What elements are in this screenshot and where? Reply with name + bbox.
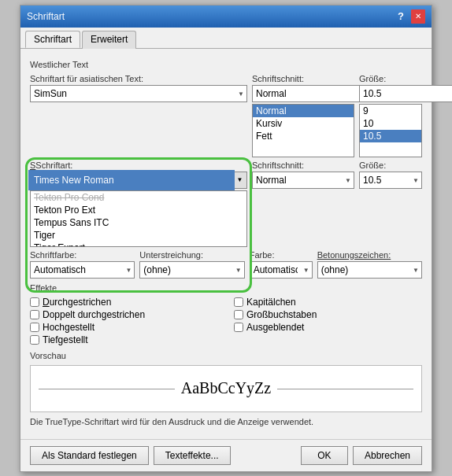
checkbox-tiefgestellt: Tiefgestellt (30, 334, 218, 346)
font-list[interactable]: Tekton Pro Cond Tekton Pro Ext Tempus Sa… (30, 190, 247, 247)
schriftart-field: SSchriftart: ▼ Tekton Pro Cond Tekton Pr… (30, 161, 247, 247)
preview-box: AaBbCcYyZz (30, 365, 422, 412)
unterstreichung-select-wrapper: (ohne) (139, 261, 244, 279)
label-durchgestrichen: Durchgestrichen (43, 297, 111, 308)
middle-section: SSchriftart: ▼ Tekton Pro Cond Tekton Pr… (30, 161, 422, 247)
schnitt2-label: Schriftschnitt: (252, 161, 354, 170)
cb-doppelt[interactable] (30, 310, 39, 319)
ok-button[interactable]: OK (301, 446, 348, 465)
strich-farbe-label: Farbe: (250, 250, 313, 260)
preview-label: Vorschau (30, 351, 422, 360)
cb-tiefgestellt[interactable] (30, 335, 39, 345)
asiatisch-field: Schriftart für asiatischen Text: SimSun (30, 74, 247, 102)
label-grossbuchstaben: Großbuchstaben (246, 309, 317, 320)
texteffekte-button[interactable]: Texteffekte... (154, 446, 231, 465)
label-ausgeblendet: Ausgeblendet (246, 322, 304, 333)
tab-schriftart[interactable]: Schriftart (25, 31, 80, 48)
schnitt-item-kursiv[interactable]: Kursiv (253, 117, 354, 130)
grosse-item-9[interactable]: 9 (360, 105, 421, 117)
font-item-tekton-cond[interactable]: Tekton Pro Cond (31, 191, 246, 204)
betonung-select-wrapper: (ohne) (317, 261, 422, 279)
font-item-tiger[interactable]: Tiger (31, 229, 246, 242)
cb-hochgestellt[interactable] (30, 323, 39, 332)
abbrechen-button[interactable]: Abbrechen (353, 446, 422, 465)
close-button[interactable]: ✕ (411, 9, 425, 24)
betonung-label: Betonungszeichen: (317, 250, 422, 260)
label-tiefgestellt: Tiefgestellt (43, 334, 88, 345)
betonung-select[interactable]: (ohne) (317, 261, 422, 279)
font-dialog: Schriftart ? ✕ Schriftart Erweitert West… (20, 5, 432, 472)
title-bar-controls: ? ✕ (394, 9, 425, 24)
schnitt2-select-wrapper: Normal (252, 172, 354, 189)
checkbox-hochgestellt: Hochgestellt (30, 321, 218, 334)
cb-grossbuchstaben[interactable] (234, 310, 243, 319)
color-row: Schriftfarbe: Automatisch Unterstreichun… (30, 250, 422, 279)
schnittmuster-field: Schriftschnitt: ▼ Normal Kursiv Fett (252, 74, 354, 157)
tab-erweitert[interactable]: Erweitert (82, 31, 136, 49)
font-item-tekton-ext[interactable]: Tekton Pro Ext (31, 204, 246, 216)
grosse-input-row-top: ▼ (359, 85, 422, 102)
cb-kapitalchen[interactable] (234, 297, 243, 307)
grosse-input-top[interactable] (359, 85, 452, 102)
asiatisch-label: Schriftart für asiatischen Text: (30, 74, 247, 83)
title-bar-left: Schriftart (27, 11, 65, 22)
font-item-tempus[interactable]: Tempus Sans ITC (31, 216, 246, 229)
label-doppelt: Doppelt durchgestrichen (43, 309, 145, 320)
standard-button[interactable]: Als Standard festlegen (30, 446, 149, 465)
farbe-label: Schriftfarbe: (30, 250, 135, 260)
schnitt2-field: Schriftschnitt: Normal (252, 161, 354, 189)
effects-label: Effekte (30, 283, 422, 293)
schriftart-label: SSchriftart: (30, 161, 247, 170)
cb-ausgeblendet[interactable] (234, 323, 243, 332)
hint-text: Die TrueType-Schriftart wird für den Aus… (30, 417, 422, 426)
grosse2-field: Größe: 10.5 (359, 161, 422, 189)
strich-farbe-field: Farbe: Automatisch (250, 250, 313, 279)
section-westlicher-text: Westlicher Text (30, 60, 422, 69)
asiatisch-select-wrapper: SimSun (30, 85, 247, 102)
asiatisch-select[interactable]: SimSun (30, 85, 247, 102)
unterstreichung-field: Unterstreichung: (ohne) (139, 250, 244, 279)
grosse-list-top[interactable]: 9 10 10.5 (359, 104, 422, 157)
label-hochgestellt: Hochgestellt (43, 322, 94, 333)
help-button[interactable]: ? (394, 9, 408, 24)
schnitt-list-top[interactable]: Normal Kursiv Fett (252, 104, 354, 157)
dialog-content: Westlicher Text Schriftart für asiatisch… (20, 49, 432, 439)
checkbox-durchgestrichen: Durchgestrichen (30, 296, 218, 308)
unterstreichung-select[interactable]: (ohne) (139, 261, 244, 279)
checkbox-grossbuchstaben: Großbuchstaben (234, 308, 422, 321)
grosse2-select[interactable]: 10.5 (359, 172, 422, 189)
farbe-select[interactable]: Automatisch (30, 261, 135, 279)
schriftart-dropdown-btn[interactable]: ▼ (233, 172, 247, 189)
grosse-item-10[interactable]: 10 (360, 117, 421, 130)
dialog-title: Schriftart (27, 11, 65, 22)
schnitt2-select[interactable]: Normal (252, 172, 354, 189)
farbe-select-wrapper: Automatisch (30, 261, 135, 279)
tab-bar: Schriftart Erweitert (20, 28, 432, 49)
strich-farbe-select[interactable]: Automatisch (250, 261, 313, 279)
schriftart-input[interactable] (30, 172, 233, 189)
cb-durchgestrichen[interactable] (30, 297, 39, 307)
title-bar: Schriftart ? ✕ (20, 6, 432, 28)
strich-farbe-select-wrapper: Automatisch (250, 261, 313, 279)
effects-section: Effekte Durchgestrichen Doppelt durchges… (30, 283, 422, 346)
effects-row: Durchgestrichen Doppelt durchgestrichen … (30, 296, 422, 346)
grosse-label-top: Größe: (359, 74, 422, 83)
schnitt-item-fett[interactable]: Fett (253, 130, 354, 142)
effects-right: Kapitälchen Großbuchstaben Ausgeblendet (234, 296, 422, 346)
farbe-field: Schriftfarbe: Automatisch (30, 250, 135, 279)
font-input-row: ▼ (30, 172, 247, 189)
top-section: Schriftart für asiatischen Text: SimSun … (30, 74, 422, 157)
schnittmuster-label: Schriftschnitt: (252, 74, 354, 83)
effects-left: Durchgestrichen Doppelt durchgestrichen … (30, 296, 218, 346)
betonung-field: Betonungszeichen: (ohne) (317, 250, 422, 279)
grosse-field-top: Größe: ▼ 9 10 10.5 (359, 74, 422, 157)
grosse2-label: Größe: (359, 161, 422, 170)
grosse-item-10-5[interactable]: 10.5 (360, 130, 421, 142)
button-bar: Als Standard festlegen Texteffekte... OK… (20, 439, 432, 471)
checkbox-doppelt: Doppelt durchgestrichen (30, 308, 218, 321)
schnitt-item-normal[interactable]: Normal (253, 105, 354, 117)
grosse2-select-wrapper: 10.5 (359, 172, 422, 189)
schnitt-input-row: ▼ (252, 85, 354, 102)
font-item-tiger-expert[interactable]: Tiger Expert (31, 242, 246, 247)
unterstreichung-label: Unterstreichung: (139, 250, 244, 260)
